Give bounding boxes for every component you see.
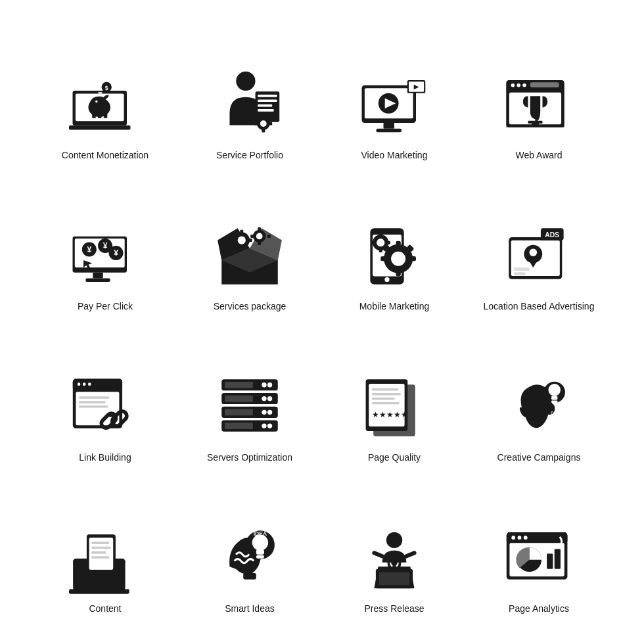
svg-rect-127 (372, 393, 401, 395)
location-based-advertising-icon: ADS (503, 220, 575, 292)
svg-rect-75 (396, 270, 400, 277)
page-quality-label: Page Quality (368, 451, 421, 463)
svg-rect-114 (225, 423, 253, 429)
svg-rect-129 (372, 402, 400, 404)
svg-rect-77 (409, 256, 416, 261)
svg-point-122 (262, 423, 266, 428)
smart-ideas-icon: IDEA (214, 522, 286, 595)
svg-point-103 (88, 382, 91, 386)
icon-cell-content: Content (36, 476, 174, 621)
content-label: Content (89, 603, 121, 614)
icon-cell-smart-ideas: IDEA Smart Ideas (181, 476, 319, 621)
svg-point-37 (511, 83, 515, 87)
svg-point-146 (252, 534, 268, 550)
svg-rect-82 (379, 233, 382, 236)
svg-point-12 (236, 71, 255, 90)
svg-rect-61 (231, 239, 235, 242)
services-package-icon (214, 220, 286, 292)
svg-text:★★★★★: ★★★★★ (372, 411, 408, 419)
content-monetization-label: Content Monetization (62, 149, 149, 161)
svg-point-162 (511, 536, 515, 540)
svg-rect-60 (240, 246, 243, 250)
svg-rect-41 (528, 120, 543, 123)
video-marketing-label: Video Marketing (361, 149, 428, 161)
svg-rect-44 (93, 273, 103, 279)
svg-rect-20 (262, 114, 265, 118)
press-release-icon (358, 522, 430, 595)
svg-rect-128 (372, 398, 395, 400)
location-based-advertising-label: Location Based Advertising (484, 300, 595, 312)
svg-rect-74 (396, 241, 400, 248)
svg-point-164 (524, 536, 528, 540)
servers-optimization-icon (214, 371, 286, 444)
content-icon (69, 522, 141, 595)
svg-text:¥: ¥ (87, 245, 91, 254)
icon-cell-service-portfolio: Service Portfolio (181, 23, 319, 168)
svg-rect-40 (530, 82, 559, 87)
svg-rect-6 (98, 92, 103, 93)
svg-rect-21 (262, 128, 265, 132)
svg-rect-126 (372, 388, 399, 390)
svg-line-158 (406, 553, 414, 556)
svg-rect-94 (514, 272, 525, 275)
svg-rect-134 (551, 400, 557, 402)
svg-rect-10 (98, 114, 102, 118)
pay-per-click-label: Pay Per Click (78, 300, 133, 312)
svg-rect-83 (379, 249, 382, 252)
svg-rect-85 (387, 241, 390, 244)
press-release-label: Press Release (364, 603, 424, 614)
svg-rect-99 (79, 401, 106, 403)
svg-rect-67 (250, 235, 254, 238)
icon-cell-mobile-marketing: Mobile Marketing (325, 174, 463, 319)
svg-point-64 (256, 233, 263, 239)
icon-cell-content-monetization: $ Content Monetization (36, 23, 174, 168)
svg-rect-111 (225, 382, 253, 388)
svg-point-5 (95, 101, 97, 103)
svg-text:ADS: ADS (545, 231, 559, 239)
services-package-label: Services package (214, 300, 287, 312)
svg-rect-112 (225, 395, 253, 402)
icon-cell-page-analytics: Page Analytics (470, 476, 608, 621)
svg-rect-14 (258, 95, 277, 97)
svg-rect-141 (91, 541, 109, 544)
svg-rect-17 (258, 109, 273, 112)
icon-cell-press-release: Press Release (325, 476, 463, 621)
svg-rect-23 (268, 122, 272, 125)
smart-ideas-label: Smart Ideas (225, 603, 274, 614)
icon-grid: $ Content Monetization (23, 10, 621, 634)
svg-rect-148 (256, 555, 264, 559)
svg-point-102 (83, 382, 86, 386)
web-award-icon (503, 69, 575, 141)
svg-point-58 (238, 236, 246, 244)
svg-point-118 (262, 396, 266, 401)
svg-point-119 (267, 409, 272, 414)
svg-point-116 (262, 382, 266, 387)
web-award-label: Web Award (515, 149, 562, 161)
page-analytics-label: Page Analytics (509, 603, 569, 614)
svg-rect-143 (91, 551, 106, 554)
svg-rect-144 (91, 556, 109, 559)
svg-point-115 (267, 382, 272, 387)
svg-text:¥: ¥ (114, 248, 118, 258)
svg-rect-133 (551, 396, 557, 400)
icon-cell-web-award: Web Award (470, 23, 608, 168)
icon-cell-pay-per-click: ¥ ¥ ¥ Pay Per Click (36, 174, 174, 319)
svg-rect-45 (85, 278, 110, 282)
icon-cell-services-package: Services package (181, 174, 319, 319)
svg-point-117 (267, 396, 272, 401)
svg-rect-106 (107, 413, 116, 417)
svg-text:$: $ (105, 85, 108, 91)
svg-rect-166 (547, 553, 553, 568)
svg-point-91 (530, 248, 538, 256)
svg-point-163 (518, 536, 522, 540)
svg-rect-138 (69, 589, 129, 593)
svg-rect-11 (104, 114, 108, 118)
svg-rect-160 (507, 532, 568, 543)
svg-rect-150 (243, 573, 256, 580)
svg-rect-98 (79, 396, 109, 398)
svg-rect-142 (91, 546, 110, 549)
mobile-marketing-icon (358, 220, 430, 292)
svg-point-19 (260, 120, 267, 127)
svg-point-39 (522, 83, 526, 87)
svg-point-73 (391, 251, 405, 265)
